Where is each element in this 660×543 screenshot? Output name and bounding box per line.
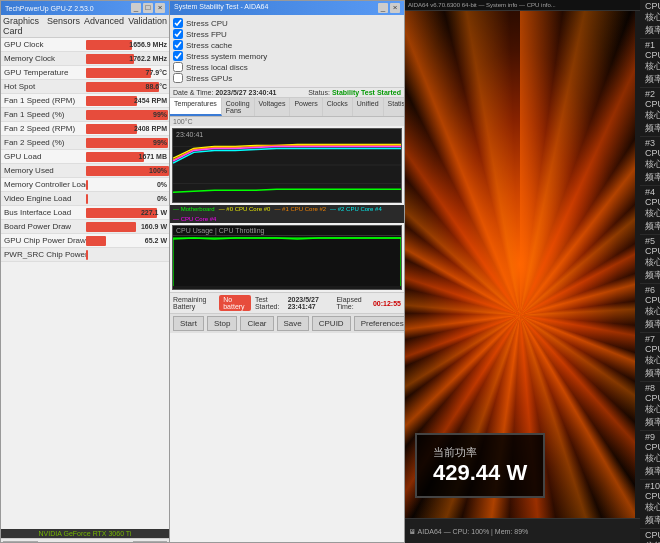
stress-label: Stress CPU [186,19,228,28]
svg-rect-3 [173,236,401,286]
metric-label: Memory Controller Load [1,180,86,189]
stress-checkbox[interactable] [173,40,183,50]
stress-label: Stress local discs [186,63,248,72]
stability-window-controls[interactable]: _ × [378,3,400,13]
metric-bar-container: 88.6°C [86,80,169,93]
cpu-usage-graph: CPU Usage | CPU Throttling [172,225,402,290]
stress-label: Stress cache [186,41,232,50]
sensor-row: #10 CPU 核心频率 3292 MHz [640,480,660,529]
metric-bar-container: 0% [86,192,169,205]
sensor-label: CPU 核心频率 [645,1,660,37]
metric-row: Video Engine Load 0% [1,192,169,206]
close-btn-gpuz[interactable]: × [155,3,165,13]
sensor-row: #1 CPU 核心频率 4090 MHz [640,39,660,88]
stress-checkbox[interactable] [173,51,183,61]
sensor-label: #3 CPU 核心频率 [645,138,660,184]
sunburst-image: 当前功率 429.44 W [405,11,635,518]
metric-label: Video Engine Load [1,194,86,203]
metric-label: Hot Spot [1,82,86,91]
metric-row: Fan 1 Speed (RPM) 2454 RPM [1,94,169,108]
metric-bar [86,54,134,64]
test-btn-clear[interactable]: Clear [240,316,273,331]
test-start-label: Test Started: [255,296,284,310]
test-btn-preferences[interactable]: Preferences [354,316,405,331]
menu-advanced[interactable]: Advanced [84,16,124,36]
tab-temperatures[interactable]: Temperatures [170,98,222,116]
stress-option-row: Stress GPUs [173,73,401,83]
metric-row: Fan 2 Speed (%) 99% [1,136,169,150]
metric-bar [86,250,88,260]
metric-value: 65.2 W [145,237,167,244]
metric-value: 99% [153,139,167,146]
metric-value: 88.6°C [146,83,167,90]
metric-bar-container: 1656.9 MHz [86,38,169,51]
metric-value: 100% [149,167,167,174]
stab-minimize[interactable]: _ [378,3,388,13]
sensor-row: #2 CPU 核心频率 4090 MHz [640,88,660,137]
status-label: Status: Stability Test Started [308,89,401,96]
menu-validation[interactable]: Validation [128,16,167,36]
tab-voltages[interactable]: Voltages [255,98,291,116]
stress-label: Stress system memory [186,52,267,61]
metric-label: Fan 1 Speed (%) [1,110,86,119]
metric-row: Fan 1 Speed (%) 99% [1,108,169,122]
metric-row: Memory Used 100% [1,164,169,178]
metric-bar [86,40,132,50]
tab-statistics[interactable]: Statistics [384,98,405,116]
tab-clocks[interactable]: Clocks [323,98,353,116]
temp-graph-svg [173,129,401,202]
metric-bar [86,180,88,190]
tab-powers[interactable]: Powers [290,98,322,116]
minimize-btn[interactable]: _ [131,3,141,13]
bottom-buttons: Reset Close [1,538,169,543]
metric-row: Memory Clock 1762.2 MHz [1,52,169,66]
window-controls[interactable]: _ □ × [131,3,165,13]
metric-bar-container: 99% [86,108,169,121]
sensor-label: #5 CPU 核心频率 [645,236,660,282]
test-btn-start[interactable]: Start [173,316,204,331]
test-start-date: 2023/5/27 23:41:47 [288,296,333,310]
graph-legend: — Motherboard— #0 CPU Core #0— #1 CPU Co… [170,205,404,223]
sensor-label: #1 CPU 核心频率 [645,40,660,86]
stress-option-row: Stress local discs [173,62,401,72]
legend-item: — CPU Core #4 [173,216,216,222]
tab-unified[interactable]: Unified [353,98,384,116]
stress-option-row: Stress cache [173,40,401,50]
maximize-btn[interactable]: □ [143,3,153,13]
metric-value: 2408 RPM [134,125,167,132]
aida-info-bar: AIDA64 v6.70.6300 64-bit — System info —… [405,0,640,11]
metric-row: GPU Temperature 77.9°C [1,66,169,80]
metric-value: 99% [153,111,167,118]
menu-sensors[interactable]: Sensors [47,16,80,36]
metric-value: 0% [157,195,167,202]
metric-bar [86,124,137,134]
metric-bar-container: 227.1 W [86,206,169,219]
metric-label: GPU Temperature [1,68,86,77]
datetime-row: Date & Time: 2023/5/27 23:40:41 Status: … [170,88,404,98]
sensor-label: #10 CPU 核心频率 [645,481,660,527]
metric-value: 160.9 W [141,223,167,230]
metric-row: Fan 2 Speed (RPM) 2408 RPM [1,122,169,136]
stress-checkbox[interactable] [173,73,183,83]
tabs-row[interactable]: TemperaturesCooling FansVoltagesPowersCl… [170,98,404,117]
stab-close[interactable]: × [390,3,400,13]
sensor-row: #6 CPU 核心频率 4090 MHz [640,284,660,333]
taskbar-info: 🖥 AIDA64 — CPU: 100% | Mem: 89% [409,528,528,535]
tab-cooling-fans[interactable]: Cooling Fans [222,98,255,116]
test-btn-cpuid[interactable]: CPUID [312,316,351,331]
test-btn-stop[interactable]: Stop [207,316,237,331]
test-btn-save[interactable]: Save [277,316,309,331]
stress-checkbox[interactable] [173,62,183,72]
stress-checkbox[interactable] [173,29,183,39]
battery-row: Remaining Battery No battery Test Starte… [170,292,404,313]
battery-badge: No battery [219,295,251,311]
menu-graphics[interactable]: Graphics Card [3,16,43,36]
metric-bar-container: 1762.2 MHz [86,52,169,65]
metric-label: GPU Chip Power Draw [1,236,86,245]
stress-checkbox[interactable] [173,18,183,28]
metric-value: 77.9°C [146,69,167,76]
stress-option-row: Stress system memory [173,51,401,61]
stability-panel: System Stability Test - AIDA64 _ × Stres… [170,0,405,543]
metric-value: 2454 RPM [134,97,167,104]
power-label: 当前功率 [433,445,527,460]
